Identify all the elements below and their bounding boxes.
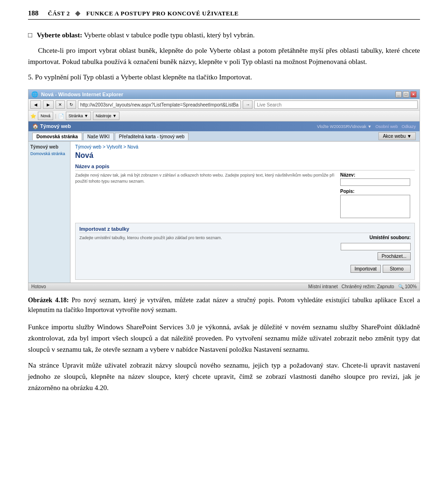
tab-label-1: Domovská stránka — [36, 134, 78, 139]
page-number: 188 — [28, 9, 39, 17]
figure-label: Obrázek 4.18: — [28, 297, 69, 304]
browser-nav-bar: ⭐ Nová | 📄 Stránka ▼ Nástroje ▼ — [28, 111, 420, 121]
body-paragraph-2: □ Chcete-li pro import vybrat oblast bun… — [28, 45, 420, 67]
body-text-1: Vyberte oblast v tabulce podle typu obla… — [82, 31, 255, 39]
figure-caption-text: Pro nový seznam, který je vytvářen, může… — [28, 297, 420, 313]
sp-form-right: Název: Popis: — [340, 172, 415, 219]
part-label: ČÁST 2 — [48, 10, 70, 17]
paragraph-1: Funkce importu služby Windows SharePoint… — [28, 321, 420, 355]
go-button[interactable]: → — [243, 100, 252, 109]
tab-label-2: Naše WIKI — [87, 134, 110, 139]
chapter-title-text: FUNKCE A POSTUPY PRO KONCOVÉ UŽIVATELE — [86, 10, 239, 17]
sp-personal-web-link[interactable]: Osobní web — [375, 124, 398, 129]
sp-form-row-1: Zadejte nový název tak, jak má být zobra… — [75, 172, 415, 219]
separator-1: | — [55, 114, 56, 119]
sp-page-title: Nová — [75, 151, 415, 160]
sp-name-input[interactable] — [340, 178, 410, 186]
step-5-text: 5. Po vyplnění polí Typ oblasti a Vybert… — [28, 72, 420, 83]
body-paragraph-1: □ Vyberte oblast: Vyberte oblast v tabul… — [28, 30, 420, 41]
sp-section1-desc: Zadejte nový název tak, jak má být zobra… — [75, 172, 336, 184]
cancel-button[interactable]: Storno — [383, 265, 411, 273]
address-bar[interactable] — [78, 100, 241, 109]
tools-button[interactable]: Nástroje ▼ — [93, 112, 119, 120]
browser-titlebar: 🌐 Nová - Windows Internet Explorer _ □ × — [28, 90, 420, 99]
page-header: 188 ČÁST 2 ◆ FUNKCE A POSTUPY PRO KONCOV… — [28, 9, 420, 20]
sp-import-right: Umístění souboru: Procházet... Importova… — [341, 235, 411, 273]
browser-icon: 🌐 — [31, 91, 38, 98]
sp-import-form-left: Zadejte umístění tabulky, kterou chcete … — [79, 235, 336, 273]
diamond-icon: ◆ — [75, 10, 81, 17]
tab-prerazitelna-karta[interactable]: Přeřaditelná karta - týmový web — [115, 133, 189, 140]
sp-top-bar: 🏠 Týmový web Vložte W2003SRV\dnovak ▼ Os… — [28, 121, 420, 131]
sp-nav-tabs: Domovská stránka Naše WIKI Přeřaditelná … — [28, 131, 420, 142]
status-text: Hotovo — [31, 284, 46, 289]
sp-links-link[interactable]: Odkazy — [401, 124, 416, 129]
sp-section2-desc: Zadejte umístění tabulky, kterou chcete … — [79, 235, 336, 241]
back-button[interactable]: ◄ — [30, 100, 41, 109]
sp-section1-title: Název a popis — [75, 163, 415, 170]
sp-logo-text: 🏠 Týmový web — [32, 123, 71, 129]
sp-main-content: Týmový web > Vytvořit > Nová Nová Název … — [70, 142, 420, 283]
sp-sidebar-home-link[interactable]: Domovská stránka — [30, 151, 68, 156]
page-nav-label: 📄 — [58, 114, 64, 119]
browser-title-text: Nová - Windows Internet Explorer — [41, 92, 123, 97]
browse-button[interactable]: Procházet... — [378, 252, 411, 260]
figure-caption: Obrázek 4.18: Pro nový seznam, který je … — [28, 295, 420, 315]
minimize-button[interactable]: _ — [395, 91, 402, 98]
stop-button[interactable]: ✕ — [56, 100, 65, 109]
browser-content: 🏠 Týmový web Vložte W2003SRV\dnovak ▼ Os… — [28, 121, 420, 283]
sp-import-form-row: Zadejte umístění tabulky, kterou chcete … — [79, 235, 411, 273]
status-right: Místní intranet Chráněný režim: Zapnuto … — [308, 284, 417, 289]
sp-header-links: Vložte W2003SRV\dnovak ▼ Osobní web Odka… — [317, 124, 416, 129]
browser-screenshot: 🌐 Nová - Windows Internet Explorer _ □ ×… — [28, 89, 420, 291]
sp-file-input[interactable] — [341, 243, 411, 250]
sp-file-label: Umístění souboru: — [370, 235, 411, 240]
favorites-icon: ⭐ — [30, 114, 36, 119]
bold-label-1: Vyberte oblast: — [37, 31, 82, 39]
status-intranet: Místní intranet — [308, 284, 337, 289]
page-button[interactable]: Stránka ▼ — [66, 112, 91, 120]
sp-desc-textarea[interactable] — [340, 195, 410, 218]
status-left: Hotovo — [31, 284, 46, 289]
import-button[interactable]: Importovat — [350, 265, 381, 273]
sp-body: Týmový web Domovská stránka Týmový web >… — [28, 142, 420, 283]
tab-domovska-stranka[interactable]: Domovská stránka — [32, 133, 82, 140]
nav-btn-1[interactable]: Nová — [38, 112, 53, 120]
browser-window-controls[interactable]: _ □ × — [395, 91, 417, 98]
live-search-input[interactable] — [254, 100, 418, 109]
tab-label-3: Přeřaditelná karta - týmový web — [119, 134, 185, 139]
refresh-button[interactable]: ↻ — [67, 100, 76, 109]
sp-sidebar-title: Týmový web — [30, 144, 68, 149]
sp-header-user[interactable]: Vložte W2003SRV\dnovak ▼ — [317, 124, 371, 129]
tab-nase-wiki[interactable]: Naše WIKI — [83, 133, 114, 140]
sp-sidebar: Týmový web Domovská stránka — [28, 142, 70, 283]
browser-statusbar: Hotovo Místní intranet Chráněný režim: Z… — [28, 283, 420, 290]
status-zoom: 🔍 100% — [398, 284, 417, 289]
status-protected: Chráněný režim: Zapnuto — [342, 284, 394, 289]
sp-section2-title: Importovat z tabulky — [79, 226, 411, 233]
browser-toolbar: ◄ ► ✕ ↻ → — [28, 99, 420, 111]
sp-form-left: Zadejte nový název tak, jak má být zobra… — [75, 172, 336, 219]
maximize-button[interactable]: □ — [403, 91, 409, 98]
sp-breadcrumb: Týmový web > Vytvořit > Nová — [75, 144, 415, 149]
body-text-2: Chcete-li pro import vybrat oblast buněk… — [28, 47, 420, 65]
sp-import-section: Importovat z tabulky Zadejte umístění ta… — [75, 223, 415, 280]
sp-desc-label: Popis: — [340, 189, 415, 194]
forward-button[interactable]: ► — [43, 100, 54, 109]
paragraph-2: Na stránce Upravit může uživatel zobrazi… — [28, 360, 420, 393]
sp-name-label: Název: — [340, 172, 415, 178]
browser-title-left: 🌐 Nová - Windows Internet Explorer — [31, 91, 123, 98]
chapter-title: ČÁST 2 ◆ FUNKCE A POSTUPY PRO KONCOVÉ UŽ… — [48, 9, 239, 17]
akce-webu-button[interactable]: Akce webu ▼ — [378, 132, 416, 140]
close-button[interactable]: × — [410, 91, 417, 98]
sp-import-buttons: Importovat Storno — [350, 265, 411, 273]
